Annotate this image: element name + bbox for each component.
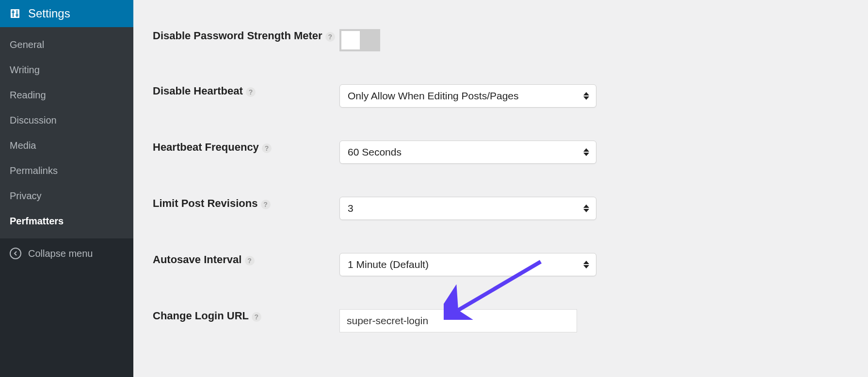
control-disable-password-strength — [339, 29, 380, 51]
sidebar-item-writing[interactable]: Writing — [0, 57, 133, 82]
row-heartbeat-frequency: Heartbeat Frequency ? 60 Seconds — [153, 124, 849, 180]
svg-rect-3 — [12, 12, 15, 13]
settings-icon — [9, 7, 21, 20]
control-heartbeat-frequency: 60 Seconds — [339, 141, 596, 164]
toggle-disable-password-strength[interactable] — [339, 29, 380, 51]
select-heartbeat-frequency[interactable]: 60 Seconds — [339, 141, 596, 164]
sidebar-item-media[interactable]: Media — [0, 133, 133, 158]
row-disable-heartbeat: Disable Heartbeat ? Only Allow When Edit… — [153, 68, 849, 124]
control-disable-heartbeat: Only Allow When Editing Posts/Pages — [339, 84, 596, 108]
sidebar-item-reading[interactable]: Reading — [0, 82, 133, 108]
select-limit-post-revisions[interactable]: 3 — [339, 197, 596, 220]
sidebar-item-general[interactable]: General — [0, 32, 133, 57]
svg-rect-4 — [16, 15, 18, 16]
row-change-login-url: Change Login URL ? — [153, 293, 849, 349]
select-arrows-icon — [583, 92, 589, 100]
label-disable-heartbeat: Disable Heartbeat ? — [153, 84, 339, 98]
row-autosave-interval: Autosave Interval ? 1 Minute (Default) — [153, 236, 849, 293]
help-icon[interactable]: ? — [245, 256, 255, 266]
sidebar-submenu: General Writing Reading Discussion Media… — [0, 27, 133, 238]
label-change-login-url: Change Login URL ? — [153, 309, 339, 323]
sidebar-item-privacy[interactable]: Privacy — [0, 183, 133, 208]
settings-form: Disable Password Strength Meter ? Disabl… — [133, 0, 868, 377]
help-icon[interactable]: ? — [246, 87, 256, 97]
sidebar-item-permalinks[interactable]: Permalinks — [0, 158, 133, 183]
sidebar-item-discussion[interactable]: Discussion — [0, 108, 133, 133]
sidebar-title: Settings — [28, 7, 70, 20]
label-limit-post-revisions: Limit Post Revisions ? — [153, 197, 339, 211]
select-arrows-icon — [583, 261, 589, 268]
input-change-login-url[interactable] — [339, 309, 577, 332]
control-limit-post-revisions: 3 — [339, 197, 596, 220]
help-icon[interactable]: ? — [262, 143, 272, 153]
row-disable-password-strength: Disable Password Strength Meter ? — [153, 0, 849, 68]
select-arrows-icon — [583, 204, 589, 212]
collapse-menu-label: Collapse menu — [28, 248, 93, 259]
toggle-handle — [341, 31, 360, 49]
sidebar-section-settings[interactable]: Settings — [0, 0, 133, 27]
help-icon[interactable]: ? — [325, 32, 335, 42]
select-autosave-interval[interactable]: 1 Minute (Default) — [339, 253, 596, 276]
control-change-login-url — [339, 309, 577, 332]
svg-rect-0 — [11, 9, 19, 18]
label-autosave-interval: Autosave Interval ? — [153, 253, 339, 267]
svg-rect-2 — [16, 10, 17, 17]
control-autosave-interval: 1 Minute (Default) — [339, 253, 596, 276]
admin-sidebar: Settings General Writing Reading Discuss… — [0, 0, 133, 377]
collapse-menu-button[interactable]: Collapse menu — [0, 239, 133, 268]
select-arrows-icon — [583, 148, 589, 156]
select-disable-heartbeat[interactable]: Only Allow When Editing Posts/Pages — [339, 84, 596, 108]
help-icon[interactable]: ? — [252, 312, 261, 322]
help-icon[interactable]: ? — [261, 200, 271, 209]
label-disable-password-strength: Disable Password Strength Meter ? — [153, 29, 339, 43]
label-heartbeat-frequency: Heartbeat Frequency ? — [153, 141, 339, 155]
collapse-icon — [10, 248, 21, 259]
svg-rect-1 — [13, 10, 14, 17]
row-limit-post-revisions: Limit Post Revisions ? 3 — [153, 180, 849, 236]
sidebar-spacer — [0, 268, 133, 377]
sidebar-item-perfmatters[interactable]: Perfmatters — [0, 208, 133, 234]
